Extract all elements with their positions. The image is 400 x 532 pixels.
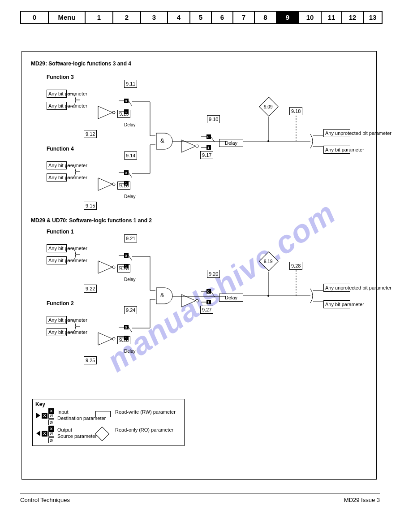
f3-src: 9.12 [84,130,97,138]
f2-switch-icon: 0 1 [119,322,132,343]
f2-any1: Any bit parameter [47,316,67,324]
f2-inverter-icon [97,332,116,347]
legend-input-arrow-icon [36,413,40,418]
f4-inverter-icon [97,177,116,192]
svg-text:0: 0 [207,135,210,139]
f3-any1: Any bit parameter [47,90,67,98]
heading-b: MD29 & UD70: Software-logic functions 1 … [31,217,152,224]
svg-line-56 [129,327,132,333]
tab-11[interactable]: 11 [322,12,342,23]
f4-any1: Any bit parameter [47,161,67,169]
footer-left: Control Techniques [20,497,70,503]
tab-0[interactable]: 0 [21,12,49,23]
svg-text:&: & [160,292,164,298]
legend-ro-symbol-icon [95,426,110,441]
svg-text:0: 0 [125,99,127,103]
tab-7[interactable]: 7 [233,12,255,23]
svg-line-8 [129,101,132,106]
f4-src: 9.15 [84,202,97,210]
tab-9-active[interactable]: 9 [277,12,299,23]
f1-src: 9.22 [84,285,97,293]
f3-switch-icon: 0 1 [119,95,132,117]
tab-3[interactable]: 3 [141,12,168,23]
svg-text:1: 1 [125,110,127,114]
f1-inverter-icon [97,260,116,275]
svg-text:&: & [160,137,164,144]
svg-text:0: 0 [125,325,127,329]
tab-menu[interactable]: Menu [49,12,86,23]
footer-right: MD29 Issue 3 [344,497,380,503]
f1-arc-icon [68,246,80,266]
o34-any: Any bit parameter [323,146,350,154]
footer-rule [20,493,380,493]
tab-2[interactable]: 2 [113,12,141,23]
tab-10[interactable]: 10 [299,12,322,23]
svg-marker-38 [98,261,112,273]
legend-output-src: Source parameter [57,433,97,439]
legend-input-label: Input [57,409,68,415]
svg-text:1: 1 [125,264,127,268]
f3-arc-icon [68,91,80,112]
o12-any: Any bit parameter [323,300,350,308]
wires-12 [132,255,159,334]
legend: Key X Ø Input Destination parameter X Ø … [32,399,185,446]
f1-title: Function 1 [47,229,74,235]
f1-delay: 9.21 [124,234,137,242]
o12-anyun: Any unprotected bit parameter [323,284,350,292]
f1-switch-icon: 0 1 [119,250,132,272]
svg-marker-10 [98,178,112,190]
wires-34 [132,100,159,180]
f2-any2: Any bit parameter [47,328,67,336]
tab-13[interactable]: 13 [364,12,382,23]
o12-delay: 9.20 [207,270,220,278]
legend-input-x-icon: X [42,413,47,419]
legend-output-x2-icon: X [48,426,54,432]
f2-title: Function 2 [47,300,74,307]
wire-and34-out [172,140,226,143]
f2-delay-label: Delay [124,349,136,354]
wire-and12-out [172,295,226,298]
legend-rw-label: Read-write (RW) parameter [115,409,182,415]
legend-input-x2-icon: X [48,408,54,414]
svg-rect-76 [95,427,109,441]
tab-4[interactable]: 4 [168,12,190,23]
tab-5[interactable]: 5 [190,12,212,23]
legend-title: Key [35,401,45,407]
f2-src: 9.25 [84,356,97,364]
heading-a: MD29: Software-logic functions 3 and 4 [31,61,131,67]
legend-output-label: Output [57,427,72,433]
tab-6[interactable]: 6 [212,12,233,23]
svg-point-39 [112,266,115,268]
diagram-panel: manualshive.com MD29: Software-logic fun… [22,51,377,480]
f2-arc-icon [68,317,80,338]
svg-point-22 [196,145,198,147]
o12-ro: 9.19 [264,259,272,264]
tab-8[interactable]: 8 [255,12,277,23]
svg-point-75 [267,295,269,297]
legend-ro-label: Read-only (RO) parameter [115,427,182,433]
f4-any2: Any bit parameter [47,173,67,182]
svg-text:0: 0 [207,290,210,294]
f4-switch-icon: 0 1 [119,167,132,189]
legend-input-o2-icon: Ø [48,420,54,425]
svg-text:1: 1 [125,182,127,186]
tab-1[interactable]: 1 [86,12,113,23]
svg-text:1: 1 [207,300,210,304]
tab-12[interactable]: 12 [342,12,364,23]
svg-marker-0 [98,106,112,119]
svg-line-18 [129,173,132,178]
legend-rw-symbol [95,411,111,417]
f1-any1: Any bit parameter [47,244,67,252]
svg-point-49 [112,337,115,340]
f1-any2: Any bit parameter [47,256,67,264]
f4-delay-label: Delay [124,194,136,199]
o34-anyun: Any unprotected bit parameter [323,129,350,137]
svg-point-37 [267,140,269,142]
svg-point-1 [112,111,115,114]
svg-text:1: 1 [125,336,127,340]
svg-marker-48 [98,333,112,345]
svg-text:0: 0 [125,171,127,175]
o34-out-arc-icon [243,114,324,155]
svg-text:1: 1 [207,146,210,150]
f3-any2: Any bit parameter [47,102,67,110]
